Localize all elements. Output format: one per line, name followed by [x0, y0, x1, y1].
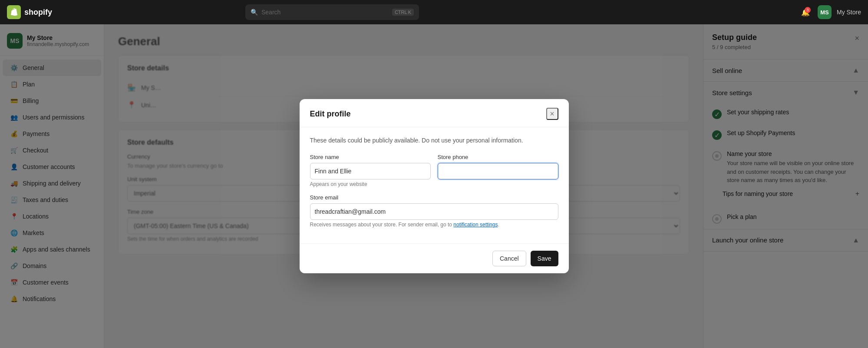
store-email-hint: Receives messages about your store. For … [310, 222, 558, 228]
modal-footer: Cancel Save [300, 243, 569, 273]
store-email-input[interactable] [310, 203, 558, 220]
store-email-group: Store email Receives messages about your… [310, 194, 558, 228]
modal-header: Edit profile × [300, 99, 569, 127]
shopify-logo-icon [7, 5, 21, 19]
modal-close-button[interactable]: × [546, 108, 558, 120]
store-name-input[interactable] [310, 163, 431, 179]
notifications-button[interactable]: 🔔 3 [799, 5, 812, 19]
email-hint-text: Receives messages about your store. For … [310, 222, 452, 228]
notification-badge: 3 [805, 7, 811, 13]
store-name-topnav[interactable]: My Store [837, 9, 861, 16]
store-phone-group: Store phone [438, 154, 558, 187]
user-avatar[interactable]: MS [818, 5, 832, 19]
store-name-label: Store name [310, 154, 431, 160]
store-email-label: Store email [310, 194, 558, 201]
shopify-wordmark: shopify [24, 8, 52, 17]
cancel-button[interactable]: Cancel [492, 251, 526, 266]
search-input[interactable] [261, 9, 389, 16]
notification-settings-link[interactable]: notification settings [453, 222, 498, 228]
store-phone-label: Store phone [438, 154, 558, 160]
edit-profile-modal: Edit profile × These details could be pu… [300, 99, 569, 273]
modal-description: These details could be publicly availabl… [310, 136, 558, 145]
modal-body: These details could be publicly availabl… [300, 127, 569, 243]
modal-title: Edit profile [310, 109, 351, 119]
topnav-right: 🔔 3 MS My Store [799, 5, 861, 19]
search-shortcut: CTRL K [392, 9, 414, 16]
store-phone-input[interactable] [438, 163, 558, 179]
modal-overlay: Edit profile × These details could be pu… [0, 24, 868, 348]
store-name-group: Store name Appears on your website [310, 154, 431, 187]
modal-name-phone-row: Store name Appears on your website Store… [310, 154, 558, 187]
topnav: shopify 🔍 CTRL K 🔔 3 MS My Store [0, 0, 868, 24]
shopify-logo[interactable]: shopify [7, 5, 52, 19]
save-button[interactable]: Save [531, 251, 558, 266]
store-name-hint: Appears on your website [310, 181, 431, 187]
search-icon: 🔍 [251, 9, 258, 16]
search-bar[interactable]: 🔍 CTRL K [245, 4, 419, 20]
